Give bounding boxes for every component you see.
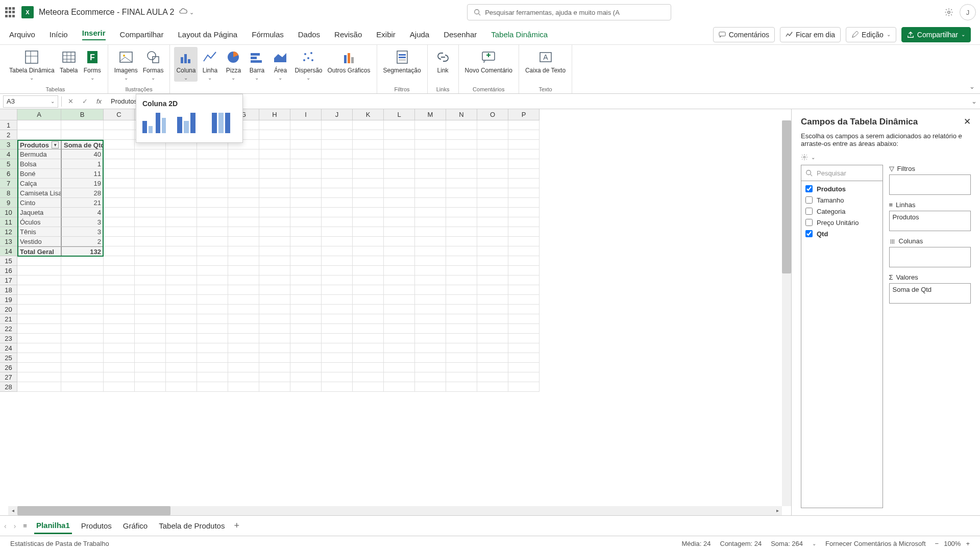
cell-M28[interactable] xyxy=(415,382,446,392)
title-dropdown-icon[interactable]: ⌄ xyxy=(189,9,194,16)
cell-D8[interactable] xyxy=(135,188,166,198)
cell-H6[interactable] xyxy=(259,169,290,179)
row-header-13[interactable]: 13 xyxy=(0,237,17,246)
row-header-12[interactable]: 12 xyxy=(0,227,17,237)
cell-I23[interactable] xyxy=(290,334,322,343)
row-header-1[interactable]: 1 xyxy=(0,120,17,130)
app-launcher[interactable] xyxy=(4,6,16,18)
cell-I1[interactable] xyxy=(290,120,322,130)
scatter-chart-button[interactable]: Dispersão ⌄ xyxy=(292,47,324,82)
cell-C11[interactable] xyxy=(104,217,135,227)
cell-F21[interactable] xyxy=(197,314,228,324)
cell-P2[interactable] xyxy=(508,130,540,140)
cell-I27[interactable] xyxy=(290,372,322,382)
cell-L23[interactable] xyxy=(384,334,415,343)
comments-button[interactable]: Comentários xyxy=(713,27,775,42)
row-header-5[interactable]: 5 xyxy=(0,159,17,169)
table-button[interactable]: Tabela xyxy=(58,47,80,75)
cell-I4[interactable] xyxy=(290,149,322,159)
cell-L4[interactable] xyxy=(384,149,415,159)
cell-G23[interactable] xyxy=(228,334,259,343)
cell-L13[interactable] xyxy=(384,237,415,246)
cell-B27[interactable] xyxy=(61,372,104,382)
cell-L15[interactable] xyxy=(384,256,415,266)
cell-J20[interactable] xyxy=(322,305,353,314)
row-header-4[interactable]: 4 xyxy=(0,149,17,159)
cell-E17[interactable] xyxy=(166,276,197,285)
text-box-button[interactable]: A Caixa de Texto xyxy=(523,47,568,75)
cell-E5[interactable] xyxy=(166,159,197,169)
cell-O11[interactable] xyxy=(477,217,508,227)
cell-K28[interactable] xyxy=(353,382,384,392)
cell-O9[interactable] xyxy=(477,198,508,208)
cell-H13[interactable] xyxy=(259,237,290,246)
cell-P5[interactable] xyxy=(508,159,540,169)
cell-H28[interactable] xyxy=(259,382,290,392)
cell-F17[interactable] xyxy=(197,276,228,285)
cell-I13[interactable] xyxy=(290,237,322,246)
cell-H7[interactable] xyxy=(259,179,290,188)
cell-F14[interactable] xyxy=(197,246,228,256)
shapes-button[interactable]: Formas ⌄ xyxy=(141,47,166,82)
cell-N9[interactable] xyxy=(446,198,477,208)
cell-H5[interactable] xyxy=(259,159,290,169)
cell-B25[interactable] xyxy=(61,353,104,363)
cell-C4[interactable] xyxy=(104,149,135,159)
cell-L6[interactable] xyxy=(384,169,415,179)
row-header-8[interactable]: 8 xyxy=(0,188,17,198)
cell-P18[interactable] xyxy=(508,285,540,295)
cell-J13[interactable] xyxy=(322,237,353,246)
cell-O17[interactable] xyxy=(477,276,508,285)
cell-K7[interactable] xyxy=(353,179,384,188)
cell-D20[interactable] xyxy=(135,305,166,314)
cell-P13[interactable] xyxy=(508,237,540,246)
cell-D12[interactable] xyxy=(135,227,166,237)
cell-D22[interactable] xyxy=(135,324,166,334)
cell-N19[interactable] xyxy=(446,295,477,305)
cell-G9[interactable] xyxy=(228,198,259,208)
cell-B8[interactable]: 28 xyxy=(61,188,104,198)
cell-F28[interactable] xyxy=(197,382,228,392)
field-qtd[interactable]: Qtd xyxy=(805,228,878,239)
cell-K24[interactable] xyxy=(353,343,384,353)
cell-E16[interactable] xyxy=(166,266,197,276)
share-button[interactable]: Compartilhar ⌄ xyxy=(901,27,971,42)
catchup-button[interactable]: Ficar em dia xyxy=(780,27,841,42)
cell-M6[interactable] xyxy=(415,169,446,179)
pivot-filter-button[interactable]: ▾ xyxy=(52,141,59,148)
cell-K13[interactable] xyxy=(353,237,384,246)
cell-P1[interactable] xyxy=(508,120,540,130)
cell-O27[interactable] xyxy=(477,372,508,382)
cell-C20[interactable] xyxy=(104,305,135,314)
cell-O25[interactable] xyxy=(477,353,508,363)
cell-B5[interactable]: 1 xyxy=(61,159,104,169)
cell-E7[interactable] xyxy=(166,179,197,188)
tab-layout[interactable]: Layout da Página xyxy=(178,30,237,39)
row-header-11[interactable]: 11 xyxy=(0,217,17,227)
cell-D6[interactable] xyxy=(135,169,166,179)
cell-A3[interactable]: Produtos▾ xyxy=(17,140,61,149)
cell-A8[interactable]: Camiseta Lisa xyxy=(17,188,61,198)
cell-E18[interactable] xyxy=(166,285,197,295)
cell-G17[interactable] xyxy=(228,276,259,285)
all-sheets-icon[interactable]: ≡ xyxy=(23,522,27,530)
row-header-6[interactable]: 6 xyxy=(0,169,17,179)
vertical-scrollbar[interactable] xyxy=(782,120,791,506)
cell-M11[interactable] xyxy=(415,217,446,227)
cell-I22[interactable] xyxy=(290,324,322,334)
line-chart-button[interactable]: Linha ⌄ xyxy=(199,47,221,82)
field-produtos[interactable]: Produtos xyxy=(805,183,878,194)
cell-I3[interactable] xyxy=(290,140,322,149)
new-comment-button[interactable]: Novo Comentário xyxy=(463,47,514,75)
cell-J21[interactable] xyxy=(322,314,353,324)
cell-F18[interactable] xyxy=(197,285,228,295)
cell-F10[interactable] xyxy=(197,208,228,217)
cell-C12[interactable] xyxy=(104,227,135,237)
cell-A6[interactable]: Boné xyxy=(17,169,61,179)
cell-I11[interactable] xyxy=(290,217,322,227)
cell-M3[interactable] xyxy=(415,140,446,149)
field-checkbox[interactable] xyxy=(805,219,813,226)
cell-P20[interactable] xyxy=(508,305,540,314)
cell-I21[interactable] xyxy=(290,314,322,324)
cell-K25[interactable] xyxy=(353,353,384,363)
